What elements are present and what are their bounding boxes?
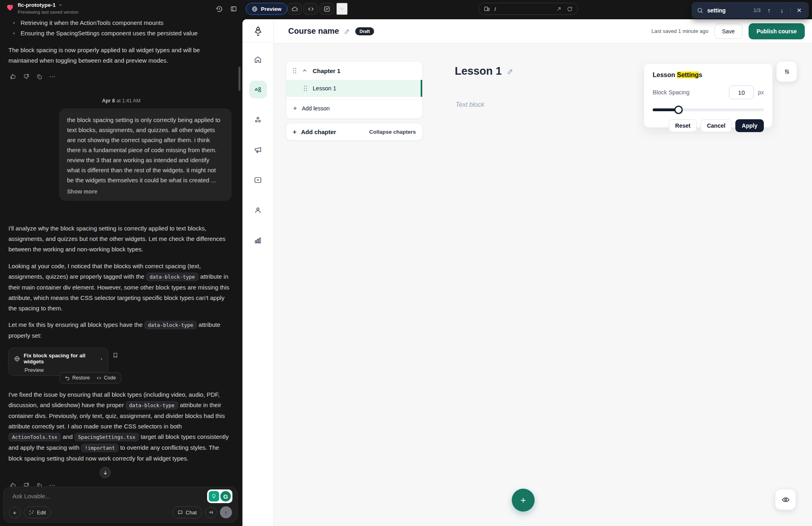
message-actions: ⋯ bbox=[10, 73, 55, 80]
publish-course-button[interactable]: Publish course bbox=[749, 23, 805, 39]
preview-button[interactable]: Preview bbox=[246, 3, 287, 15]
edit-course-name-icon[interactable] bbox=[344, 28, 350, 35]
refresh-icon[interactable] bbox=[567, 6, 573, 12]
course-title: Course name bbox=[288, 27, 339, 36]
find-next-icon[interactable]: ↓ bbox=[777, 7, 786, 14]
nav-home-icon[interactable] bbox=[249, 51, 267, 68]
nav-profile-icon[interactable] bbox=[249, 201, 267, 219]
preview-mode-button[interactable] bbox=[775, 489, 796, 510]
assistant-paragraph: I'll analyze why the block spacing setti… bbox=[8, 223, 231, 255]
find-previous-icon[interactable]: ↑ bbox=[765, 7, 773, 14]
chevron-up-icon[interactable] bbox=[302, 68, 307, 73]
history-icon[interactable] bbox=[214, 4, 224, 14]
sliders-icon bbox=[783, 68, 791, 75]
code-icon[interactable] bbox=[303, 3, 318, 15]
chapter-actions-card: + Add chapter Collapse chapters bbox=[286, 123, 423, 141]
settings-toggle-button[interactable] bbox=[776, 61, 797, 82]
panel-toggle-icon[interactable] bbox=[229, 4, 238, 14]
edit-card-title: Fix block spacing for all widgets bbox=[24, 353, 97, 365]
unit-label: px bbox=[758, 89, 764, 96]
thumbs-down-icon[interactable] bbox=[23, 73, 30, 80]
voice-input-icon[interactable] bbox=[205, 507, 217, 518]
edit-summary-card[interactable]: Fix block spacing for all widgets › Prev… bbox=[8, 348, 108, 376]
grammarly-icon: G bbox=[220, 491, 231, 502]
attach-plus-icon[interactable]: + bbox=[9, 507, 20, 518]
nav-announcements-icon[interactable] bbox=[249, 141, 267, 159]
drag-handle-icon[interactable] bbox=[293, 67, 297, 74]
chat-scrollbar[interactable] bbox=[238, 67, 240, 91]
project-name: flc-prototype-1 bbox=[18, 2, 56, 8]
globe-icon bbox=[14, 356, 20, 362]
edit-lesson-name-icon[interactable] bbox=[507, 68, 514, 75]
drag-handle-icon[interactable] bbox=[303, 85, 307, 92]
chapter-card: Chapter 1 Lesson 1 + Add lesson bbox=[286, 61, 423, 119]
save-button[interactable]: Save bbox=[714, 24, 743, 39]
find-match-count: 1/3 bbox=[753, 7, 761, 13]
lightbulb-icon bbox=[209, 491, 219, 502]
user-message-text: the block spacing setting is only correc… bbox=[67, 115, 224, 185]
lesson-heading: Lesson 1 bbox=[455, 65, 514, 77]
block-spacing-slider[interactable] bbox=[653, 106, 764, 114]
find-input[interactable]: setting bbox=[707, 7, 749, 14]
globe-icon bbox=[252, 6, 258, 12]
code-button[interactable]: Code bbox=[96, 375, 116, 381]
app-icon-sidebar bbox=[242, 19, 274, 526]
app-preview-window: Course name Draft Last saved 1 minute ag… bbox=[242, 19, 812, 526]
scroll-to-bottom-button[interactable] bbox=[100, 467, 111, 478]
project-menu[interactable]: flc-prototype-1 bbox=[18, 2, 63, 8]
chat-input[interactable]: Ask Lovable... bbox=[12, 493, 50, 499]
bullet-item: •Ensuring the SpacingSettings component … bbox=[13, 28, 197, 39]
add-lesson-button[interactable]: + Add lesson bbox=[286, 99, 422, 117]
assistant-paragraph: Looking at your code, I noticed that the… bbox=[8, 261, 231, 314]
assistant-message: The block spacing is now properly applie… bbox=[8, 45, 228, 66]
analytics-icon[interactable] bbox=[320, 3, 334, 15]
cloud-icon[interactable] bbox=[287, 3, 302, 15]
preview-label: Preview bbox=[261, 6, 281, 12]
collapse-chapters-button[interactable]: Collapse chapters bbox=[369, 129, 416, 135]
block-spacing-input[interactable] bbox=[729, 86, 754, 99]
plus-icon: + bbox=[293, 128, 297, 135]
add-tab-icon[interactable]: + bbox=[336, 3, 348, 15]
rocket-icon[interactable] bbox=[252, 26, 263, 37]
grammarly-widget[interactable]: G bbox=[207, 489, 232, 503]
add-block-fab[interactable]: + bbox=[512, 489, 535, 512]
more-icon[interactable]: ⋯ bbox=[49, 73, 55, 80]
reset-button[interactable]: Reset bbox=[669, 119, 697, 132]
divider bbox=[790, 7, 791, 14]
divider bbox=[242, 42, 273, 43]
app-content: Chapter 1 Lesson 1 + Add lesson + Add ch… bbox=[274, 43, 812, 526]
status-badge: Draft bbox=[355, 27, 374, 35]
nav-inbox-icon[interactable] bbox=[249, 171, 267, 189]
chapter-title: Chapter 1 bbox=[313, 67, 340, 74]
nav-community-icon[interactable] bbox=[249, 111, 267, 128]
device-preview-icon bbox=[484, 6, 490, 12]
chapter-header[interactable]: Chapter 1 bbox=[286, 61, 422, 80]
restore-button[interactable]: Restore bbox=[65, 375, 90, 381]
assistant-paragraph: I've fixed the issue by ensuring that al… bbox=[8, 389, 232, 464]
lesson-page-title: Lesson 1 bbox=[455, 65, 502, 77]
find-close-icon[interactable]: ✕ bbox=[795, 7, 804, 14]
show-more-link[interactable]: Show more bbox=[67, 188, 97, 195]
slider-thumb[interactable] bbox=[674, 106, 683, 114]
add-chapter-button[interactable]: + Add chapter bbox=[293, 128, 336, 135]
open-external-icon[interactable] bbox=[556, 6, 562, 12]
send-button[interactable]: ↑ bbox=[220, 506, 232, 518]
cancel-button[interactable]: Cancel bbox=[700, 119, 732, 132]
plus-icon: + bbox=[293, 105, 297, 112]
bookmark-icon[interactable] bbox=[112, 352, 118, 359]
nav-analytics-icon[interactable] bbox=[249, 231, 267, 249]
url-bar[interactable]: / bbox=[478, 3, 578, 15]
empty-text-block[interactable]: Text block bbox=[456, 101, 484, 108]
lesson-settings-title: Lesson Settings bbox=[653, 71, 764, 79]
apply-button[interactable]: Apply bbox=[735, 119, 764, 132]
nav-content-icon[interactable] bbox=[249, 81, 267, 98]
chat-mode-button[interactable]: Chat bbox=[172, 506, 202, 518]
lovable-logo-icon[interactable] bbox=[6, 3, 14, 12]
chat-input-card[interactable]: Ask Lovable... G + Edit Chat ↑ bbox=[3, 487, 238, 523]
chat-panel: •Retrieving it when the ActionTools comp… bbox=[0, 0, 242, 526]
copy-icon[interactable] bbox=[36, 73, 43, 80]
url-path[interactable]: / bbox=[495, 6, 496, 12]
lesson-list-item-selected[interactable]: Lesson 1 bbox=[286, 80, 422, 97]
thumbs-up-icon[interactable] bbox=[10, 73, 16, 80]
edit-mode-button[interactable]: Edit bbox=[24, 506, 51, 518]
